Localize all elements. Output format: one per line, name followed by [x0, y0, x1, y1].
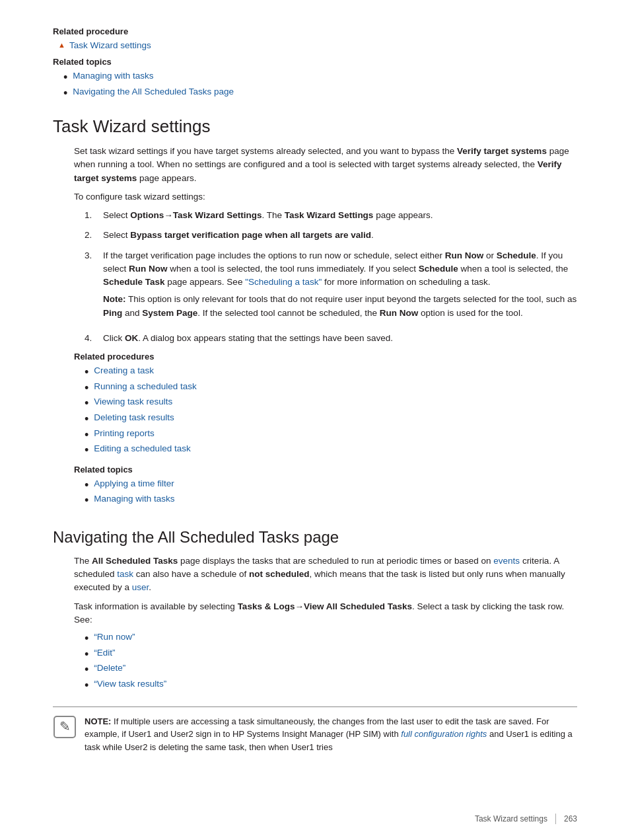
step3-bold5: Schedule Task — [103, 277, 165, 287]
viewing-task-results-link[interactable]: Viewing task results — [94, 397, 172, 406]
nav-bold2: Tasks & Logs→View All Scheduled Tasks — [238, 601, 412, 611]
task-wizard-intro1: Set task wizard settings if you have tar… — [74, 145, 577, 185]
step3-bold3: Run Now — [129, 264, 168, 274]
note-label: NOTE: — [85, 716, 111, 726]
related-topics-list-top: • Managing with tasks • Navigating the A… — [63, 71, 577, 100]
nav-para2: Task information is available by selecti… — [74, 600, 577, 627]
list-item: • Creating a task — [85, 365, 577, 380]
scheduling-task-link[interactable]: "Scheduling a task" — [245, 277, 322, 287]
related-topics-label-top: Related topics — [53, 57, 577, 67]
related-procedure-label: Related procedure — [53, 26, 577, 36]
bullet-dot: • — [85, 679, 88, 693]
managing-with-tasks-link-top[interactable]: Managing with tasks — [73, 71, 153, 81]
step-num-1: 1. — [85, 209, 98, 222]
triangle-link-item[interactable]: ▲ Task Wizard settings — [58, 40, 577, 50]
step-num-2: 2. — [85, 229, 98, 242]
user-link[interactable]: user — [132, 582, 149, 592]
task-wizard-settings-top-link[interactable]: Task Wizard settings — [69, 40, 151, 50]
list-item: • “View task results” — [85, 679, 577, 693]
list-item: • Managing with tasks — [63, 71, 577, 85]
list-item: • “Delete” — [85, 663, 577, 677]
list-item: • Editing a scheduled task — [85, 443, 577, 458]
edit-link[interactable]: “Edit” — [94, 648, 115, 658]
list-item: • “Edit” — [85, 648, 577, 662]
running-scheduled-task-link[interactable]: Running a scheduled task — [94, 381, 196, 391]
bullet-dot: • — [85, 412, 88, 427]
step3-bold2: Schedule — [497, 250, 536, 260]
step-2: 2. Select Bypass target verification pag… — [85, 229, 577, 242]
step-1: 1. Select Options→Task Wizard Settings. … — [85, 209, 577, 222]
related-topics-label-tw: Related topics — [74, 465, 577, 475]
step2-bold1: Bypass target verification page when all… — [130, 230, 371, 240]
step-4: 4. Click OK. A dialog box appears statin… — [85, 332, 577, 345]
nav-list: • “Run now” • “Edit” • “Delete” • “View … — [85, 632, 577, 693]
bullet-dot: • — [63, 87, 67, 101]
bullet-dot: • — [85, 494, 88, 508]
bullet-dot: • — [85, 428, 88, 443]
deleting-task-results-link[interactable]: Deleting task results — [94, 412, 174, 422]
step-3-content: If the target verification page includes… — [103, 249, 577, 325]
svg-text:✎: ✎ — [59, 719, 71, 734]
step-3: 3. If the target verification page inclu… — [85, 249, 577, 325]
note-box: ✎ NOTE: If multiple users are accessing … — [53, 706, 577, 754]
list-item: • Navigating the All Scheduled Tasks pag… — [63, 87, 577, 101]
run-now-link[interactable]: “Run now” — [94, 632, 135, 642]
step3-bold1: Run Now — [445, 250, 484, 260]
footer-divider — [555, 814, 556, 824]
list-item: • Printing reports — [85, 428, 577, 443]
step-num-3: 3. — [85, 249, 98, 325]
related-topics-list-tw: • Applying a time filter • Managing with… — [85, 478, 577, 508]
verify-bold1: Verify target systems — [457, 146, 547, 156]
list-item: • Managing with tasks — [85, 494, 577, 508]
task-link[interactable]: task — [117, 569, 133, 579]
nav-bold1: All Scheduled Tasks — [92, 556, 178, 566]
managing-with-tasks-link[interactable]: Managing with tasks — [94, 494, 174, 504]
footer-page: 263 — [564, 814, 577, 823]
bullet-dot: • — [85, 365, 88, 380]
triangle-icon: ▲ — [58, 41, 65, 49]
bullet-dot: • — [85, 632, 88, 646]
note-bold1: Ping — [103, 308, 122, 318]
editing-scheduled-task-link[interactable]: Editing a scheduled task — [94, 443, 190, 453]
list-item: • Deleting task results — [85, 412, 577, 427]
bullet-dot: • — [85, 648, 88, 662]
step-2-text: Select Bypass target verification page w… — [103, 229, 374, 242]
step-num-4: 4. — [85, 332, 98, 345]
related-procedures-label: Related procedures — [74, 352, 577, 362]
bullet-dot: • — [85, 397, 88, 411]
task-wizard-title: Task Wizard settings — [53, 116, 577, 137]
step-3-note: Note: This option is only relevant for t… — [103, 293, 577, 320]
task-wizard-intro2: To configure task wizard settings: — [74, 190, 577, 204]
navigating-link-top[interactable]: Navigating the All Scheduled Tasks page — [73, 87, 234, 96]
bullet-dot: • — [85, 443, 88, 458]
step4-bold1: OK — [125, 333, 138, 343]
bullet-dot: • — [85, 663, 88, 677]
step1-bold1: Options→Task Wizard Settings — [130, 210, 262, 220]
list-item: • Running a scheduled task — [85, 381, 577, 396]
nav-para1: The All Scheduled Tasks page displays th… — [74, 554, 577, 595]
bullet-dot: • — [85, 381, 88, 396]
note-content: NOTE: If multiple users are accessing a … — [85, 715, 577, 754]
related-procedures-list: • Creating a task • Running a scheduled … — [85, 365, 577, 458]
step-4-text: Click OK. A dialog box appears stating t… — [103, 332, 393, 345]
full-config-link[interactable]: full configuration rights — [401, 729, 487, 739]
bullet-dot: • — [63, 71, 67, 85]
printing-reports-link[interactable]: Printing reports — [94, 428, 155, 438]
applying-time-filter-link[interactable]: Applying a time filter — [94, 478, 174, 488]
step3-bold4: Schedule — [419, 264, 458, 274]
step1-bold2: Task Wizard Settings — [285, 210, 374, 220]
delete-link[interactable]: “Delete” — [94, 663, 125, 673]
step-3-main: If the target verification page includes… — [103, 249, 577, 289]
page-footer: Task Wizard settings 263 — [475, 814, 577, 824]
navigating-title: Navigating the All Scheduled Tasks page — [53, 528, 577, 547]
view-task-results-link[interactable]: “View task results” — [94, 679, 166, 689]
footer-text: Task Wizard settings — [475, 814, 547, 823]
step-1-text: Select Options→Task Wizard Settings. The… — [103, 209, 433, 222]
task-wizard-steps: 1. Select Options→Task Wizard Settings. … — [85, 209, 577, 345]
creating-task-link[interactable]: Creating a task — [94, 365, 154, 375]
events-link[interactable]: events — [493, 556, 520, 566]
note-bold3: Run Now — [380, 308, 419, 318]
note-bold2: System Page — [142, 308, 197, 318]
note-icon: ✎ — [53, 715, 77, 739]
not-scheduled-bold: not scheduled — [249, 569, 310, 579]
